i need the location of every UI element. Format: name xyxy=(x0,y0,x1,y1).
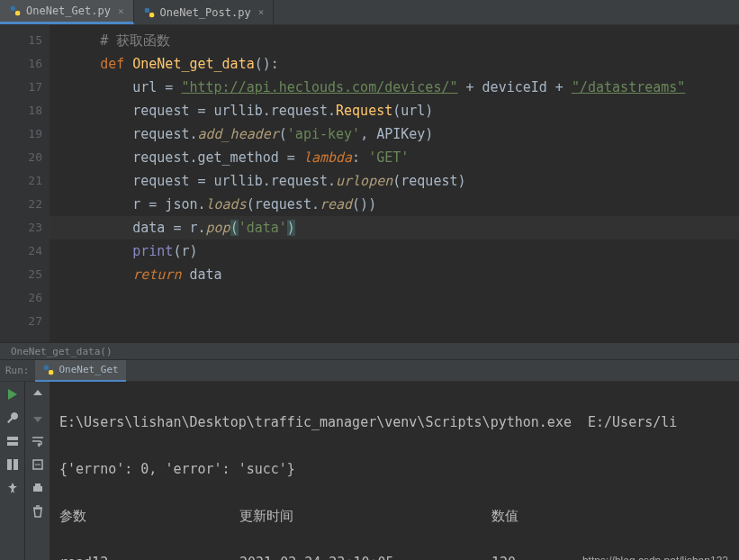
run-icon[interactable] xyxy=(5,387,20,402)
svg-rect-4 xyxy=(43,365,48,369)
pin-icon[interactable] xyxy=(5,481,20,495)
tab-label: OneNet_Get.py xyxy=(26,5,111,17)
down-icon[interactable] xyxy=(31,411,45,425)
svg-rect-5 xyxy=(49,370,53,375)
svg-rect-10 xyxy=(14,459,18,470)
run-toolbar-right xyxy=(25,382,50,560)
svg-rect-3 xyxy=(149,13,154,17)
code-line: return data xyxy=(50,263,739,286)
svg-rect-13 xyxy=(35,483,41,486)
close-icon[interactable]: × xyxy=(258,6,265,18)
svg-rect-1 xyxy=(15,11,20,15)
svg-rect-9 xyxy=(7,459,12,470)
code-line: print(r) xyxy=(50,239,739,263)
code-line: request.add_header('api-key', APIKey) xyxy=(50,122,739,146)
code-editor[interactable]: 15 16 17 18 19 20 21 22 23 24 25 26 27 #… xyxy=(0,25,739,342)
output-header: 参数更新时间数值 xyxy=(59,504,730,528)
svg-marker-6 xyxy=(8,389,17,400)
svg-rect-12 xyxy=(33,486,42,492)
code-line: request.get_method = lambda: 'GET' xyxy=(50,146,739,169)
python-file-icon xyxy=(9,5,22,17)
tab-onenet-get[interactable]: OneNet_Get.py × xyxy=(0,0,134,24)
up-icon[interactable] xyxy=(31,387,45,402)
scroll-icon[interactable] xyxy=(31,457,45,472)
svg-rect-7 xyxy=(7,437,18,440)
close-icon[interactable]: × xyxy=(118,5,124,17)
output-line: {'errno': 0, 'error': 'succ'} xyxy=(59,457,730,481)
svg-rect-8 xyxy=(7,442,18,446)
wrench-icon[interactable] xyxy=(5,411,20,425)
editor-tabs: OneNet_Get.py × OneNet_Post.py × xyxy=(0,0,739,25)
run-panel: E:\Users\lishan\Desktop\traffic_manager\… xyxy=(0,382,739,560)
svg-rect-0 xyxy=(11,6,15,11)
run-panel-header: Run: OneNet_Get xyxy=(0,360,739,382)
print-icon[interactable] xyxy=(31,481,45,495)
output-line: E:\Users\lishan\Desktop\traffic_manager\… xyxy=(59,411,730,434)
python-file-icon xyxy=(42,364,55,376)
console-output[interactable]: E:\Users\lishan\Desktop\traffic_manager\… xyxy=(50,382,739,560)
code-line: r = json.loads(request.read()) xyxy=(50,193,739,216)
run-tab[interactable]: OneNet_Get xyxy=(35,360,126,382)
code-line: request = urllib.request.Request(url) xyxy=(50,99,739,122)
layout2-icon[interactable] xyxy=(5,457,20,472)
run-toolbar-left xyxy=(0,382,25,560)
run-label: Run: xyxy=(5,365,35,376)
code-line-current: data = r.pop('data') xyxy=(50,216,739,239)
wrap-icon[interactable] xyxy=(31,434,45,448)
trash-icon[interactable] xyxy=(31,504,45,519)
svg-rect-2 xyxy=(144,7,149,12)
code-line: request = urllib.request.urlopen(request… xyxy=(50,169,739,193)
line-gutter: 15 16 17 18 19 20 21 22 23 24 25 26 27 xyxy=(0,25,50,342)
python-file-icon xyxy=(143,6,156,19)
tab-onenet-post[interactable]: OneNet_Post.py × xyxy=(134,0,275,24)
tab-label: OneNet_Post.py xyxy=(160,6,251,19)
code-line: def OneNet_get_data(): xyxy=(50,52,739,76)
watermark: https://blog.csdn.net/lishan132 xyxy=(582,549,728,560)
breadcrumb[interactable]: OneNet_get_data() xyxy=(0,342,739,360)
code-line: # 获取函数 xyxy=(50,29,739,52)
code-line: url = "http://api.heclouds.com/devices/"… xyxy=(50,76,739,99)
code-area[interactable]: # 获取函数 def OneNet_get_data(): url = "htt… xyxy=(50,25,739,342)
layout-icon[interactable] xyxy=(5,434,20,448)
